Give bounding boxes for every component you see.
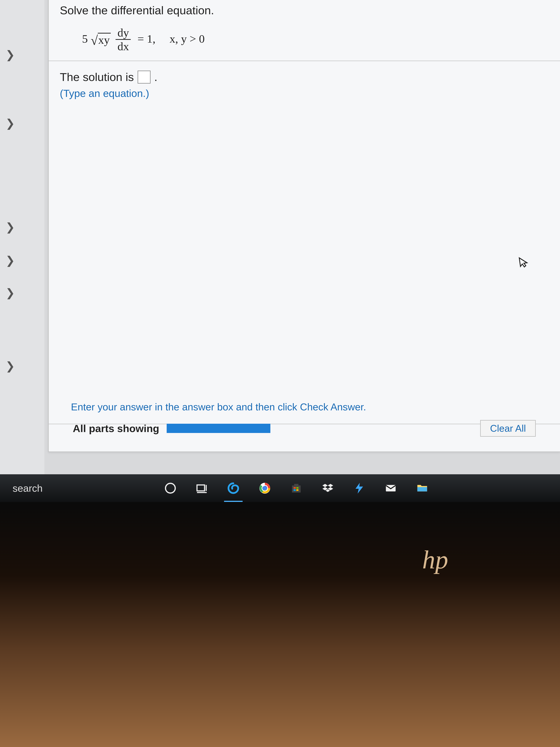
- file-explorer-icon[interactable]: [415, 481, 430, 496]
- question-equation: 5√xy dy dx = 1, x, y > 0: [60, 26, 549, 51]
- clear-all-button[interactable]: Clear All: [480, 420, 536, 437]
- nav-chevron-icon[interactable]: ❯: [5, 254, 15, 267]
- nav-chevron-icon[interactable]: ❯: [5, 48, 15, 61]
- sqrt-argument: xy: [98, 33, 111, 46]
- desktop-area: ❯ ❯ ❯ ❯ ❯ ❯ Solve the differential equat…: [0, 0, 560, 482]
- fraction-numerator: dy: [115, 27, 131, 40]
- answer-hint[interactable]: (Type an equation.): [60, 87, 549, 99]
- cursor-icon: [516, 255, 531, 273]
- nav-chevron-icon[interactable]: ❯: [5, 117, 15, 130]
- lightning-app-icon[interactable]: [352, 481, 367, 496]
- nav-chevron-icon[interactable]: ❯: [5, 221, 15, 233]
- hp-logo: hp: [422, 545, 448, 574]
- question-nav-sidebar: ❯ ❯ ❯ ❯ ❯ ❯: [0, 0, 45, 474]
- svg-rect-7: [292, 485, 301, 492]
- solution-suffix: .: [154, 70, 157, 83]
- question-prompt: Solve the differential equation.: [60, 4, 549, 17]
- viewport: ❯ ❯ ❯ ❯ ❯ ❯ Solve the differential equat…: [0, 0, 560, 747]
- taskbar-icons: [48, 481, 560, 496]
- svg-rect-8: [294, 484, 298, 486]
- answer-area: The solution is . (Type an equation.): [49, 61, 560, 424]
- svg-rect-14: [418, 487, 427, 491]
- taskbar-search-label[interactable]: search: [0, 483, 48, 494]
- equation-condition: x, y > 0: [169, 32, 205, 45]
- sqrt-icon: √: [91, 33, 98, 48]
- fraction: dy dx: [115, 27, 131, 52]
- task-view-icon[interactable]: [194, 481, 209, 496]
- nav-chevron-icon[interactable]: ❯: [5, 359, 15, 372]
- edge-browser-icon[interactable]: [226, 481, 241, 496]
- question-header: Solve the differential equation. 5√xy dy…: [49, 0, 560, 61]
- solution-prefix: The solution is: [60, 70, 134, 83]
- parts-showing-label: All parts showing: [73, 422, 159, 434]
- svg-rect-11: [294, 489, 296, 491]
- answer-input[interactable]: [138, 71, 151, 83]
- fraction-denominator: dx: [115, 40, 131, 52]
- chrome-browser-icon[interactable]: [258, 481, 272, 496]
- svg-point-0: [165, 483, 176, 493]
- footer-instruction: Enter your answer in the answer box and …: [71, 401, 366, 413]
- microsoft-store-icon[interactable]: [289, 481, 304, 496]
- equation-rhs: = 1,: [137, 32, 155, 45]
- svg-rect-9: [294, 487, 296, 489]
- nav-chevron-icon[interactable]: ❯: [5, 286, 15, 299]
- mail-icon[interactable]: [383, 481, 398, 496]
- cortana-icon[interactable]: [163, 481, 178, 496]
- windows-taskbar[interactable]: search: [0, 474, 560, 502]
- footer-bar: All parts showing Clear All: [67, 418, 541, 439]
- dropbox-icon[interactable]: [320, 481, 335, 496]
- equation-coefficient: 5: [82, 32, 88, 45]
- laptop-body: [0, 502, 560, 747]
- svg-rect-1: [197, 485, 205, 491]
- progress-bar[interactable]: [167, 424, 270, 433]
- question-panel: Solve the differential equation. 5√xy dy…: [48, 0, 560, 452]
- svg-rect-10: [296, 487, 298, 489]
- solution-line: The solution is .: [60, 70, 549, 83]
- svg-rect-12: [296, 489, 298, 491]
- svg-point-5: [263, 486, 267, 491]
